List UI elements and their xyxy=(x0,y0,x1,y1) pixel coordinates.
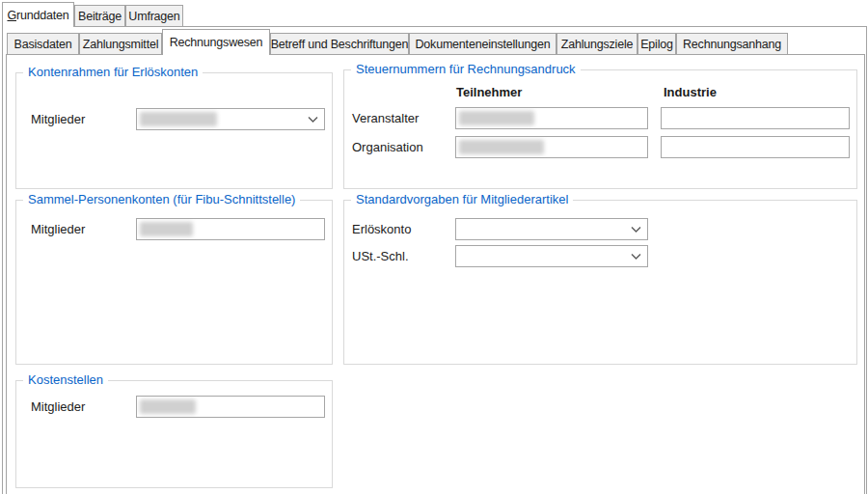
tab-grunddaten-label: runddaten xyxy=(16,9,69,22)
group-steuernummern-title: Steuernummern für Rechnungsandruck xyxy=(351,62,581,76)
tab-zahlungsziele[interactable]: Zahlungsziele xyxy=(556,33,637,54)
mitglieder-label: Mitglieder xyxy=(31,112,85,126)
veranstalter-teilnehmer-input[interactable] xyxy=(455,107,648,129)
redacted-value xyxy=(140,112,217,126)
organisation-teilnehmer-input[interactable] xyxy=(455,136,648,158)
organisation-label: Organisation xyxy=(352,140,423,154)
erloeskonto-combobox[interactable] xyxy=(455,218,648,240)
tab-rechnungswesen[interactable]: Rechnungswesen xyxy=(162,29,270,55)
chevron-down-icon xyxy=(631,253,641,261)
tab-basisdaten-label: Basisdaten xyxy=(14,38,72,51)
tab-zahlungsmittel-label: Zahlungsmittel xyxy=(83,38,159,51)
tab-beitraege-label: Beiträge xyxy=(78,10,122,23)
group-sammel-personenkonten: Sammel-Personenkonten (für Fibu-Schnitts… xyxy=(15,200,333,365)
tab-basisdaten[interactable]: Basisdaten xyxy=(7,33,79,54)
tab-epilog-label: Epilog xyxy=(640,38,673,51)
kontenrahmen-mitglieder-combobox[interactable] xyxy=(136,108,325,130)
tab-dokumenteneinstellungen-label: Dokumenteneinstellungen xyxy=(416,38,551,51)
ust-schl-label: USt.-Schl. xyxy=(352,249,409,263)
organisation-industrie-input[interactable] xyxy=(661,136,850,158)
tab-zahlungsziele-label: Zahlungsziele xyxy=(561,38,634,51)
group-kontenrahmen-title: Kontenrahmen für Erlöskonten xyxy=(23,65,203,79)
tab-rechnungsanhang-label: Rechnungsanhang xyxy=(683,38,781,51)
redacted-value xyxy=(140,222,193,236)
group-kostenstellen-title: Kostenstellen xyxy=(23,372,108,387)
ust-schl-combobox[interactable] xyxy=(455,245,648,267)
group-kontenrahmen-erloeskonten: Kontenrahmen für Erlöskonten Mitglieder xyxy=(15,72,333,189)
tab-betreff-label: Betreff und Beschriftungen xyxy=(271,38,409,51)
tab-rechnungsanhang[interactable]: Rechnungsanhang xyxy=(676,33,788,54)
redacted-value xyxy=(459,111,534,125)
tab-umfragen[interactable]: Umfragen xyxy=(125,5,183,26)
veranstalter-industrie-input[interactable] xyxy=(661,107,850,129)
group-kostenstellen: Kostenstellen Mitglieder xyxy=(15,380,333,488)
sammel-mitglieder-input[interactable] xyxy=(136,218,325,240)
tab-zahlungsmittel[interactable]: Zahlungsmittel xyxy=(79,33,162,54)
settings-window: Grunddaten Beiträge Umfragen Basisdaten … xyxy=(0,0,868,494)
tab-epilog[interactable]: Epilog xyxy=(637,33,676,54)
group-standardvorgaben-title: Standardvorgaben für Mitgliederartikel xyxy=(351,192,573,206)
tab-betreff-und-beschriftungen[interactable]: Betreff und Beschriftungen xyxy=(270,33,409,54)
group-sammel-title: Sammel-Personenkonten (für Fibu-Schnitts… xyxy=(23,192,300,206)
redacted-value xyxy=(459,140,544,154)
group-steuernummern: Steuernummern für Rechnungsandruck Teiln… xyxy=(343,69,857,189)
redacted-value xyxy=(140,399,196,414)
chevron-down-icon xyxy=(308,116,318,124)
mitglieder-label: Mitglieder xyxy=(31,222,85,236)
industrie-column-header: Industrie xyxy=(664,85,717,99)
erloeskonto-label: Erlöskonto xyxy=(352,222,411,236)
teilnehmer-column-header: Teilnehmer xyxy=(456,85,522,99)
tab-umfragen-label: Umfragen xyxy=(128,10,179,23)
chevron-down-icon xyxy=(631,226,641,233)
tab-grunddaten-accel: G xyxy=(7,9,16,22)
tab-beitraege[interactable]: Beiträge xyxy=(74,5,125,26)
tab-dokumenteneinstellungen[interactable]: Dokumenteneinstellungen xyxy=(409,33,556,54)
kostenstellen-mitglieder-input[interactable] xyxy=(136,396,325,418)
veranstalter-label: Veranstalter xyxy=(352,111,419,125)
tab-rechnungswesen-label: Rechnungswesen xyxy=(170,36,263,49)
mitglieder-label: Mitglieder xyxy=(31,399,85,414)
tab-grunddaten[interactable]: Grunddaten xyxy=(2,2,74,27)
group-standardvorgaben: Standardvorgaben für Mitgliederartikel E… xyxy=(343,200,857,365)
